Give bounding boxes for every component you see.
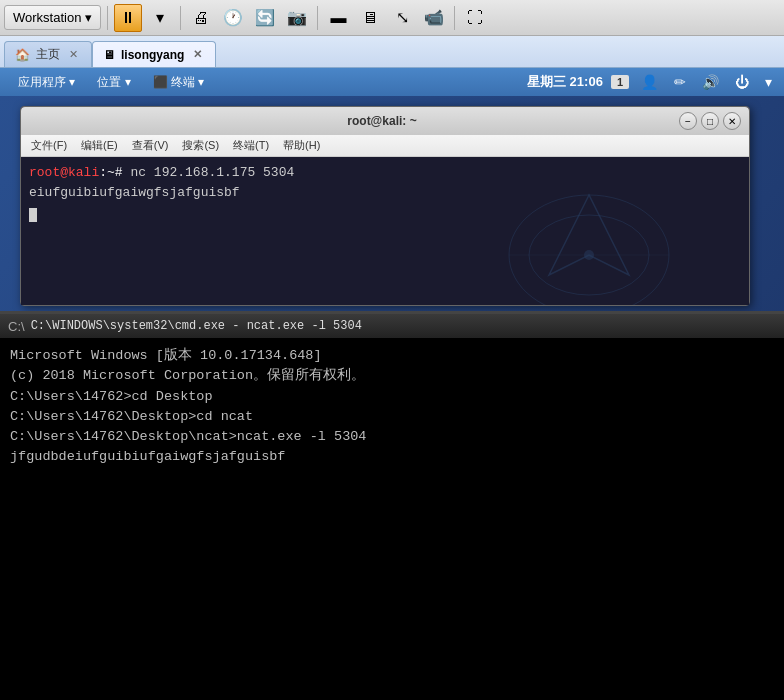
- menubar-power-dropdown-icon[interactable]: ▾: [761, 72, 776, 92]
- main-area: root@kali: ~ − □ ✕ 文件(F) 编辑(E) 查看(V) 搜索(…: [0, 96, 784, 700]
- kali-window-controls: − □ ✕: [675, 112, 741, 130]
- taskbar-icon-clock[interactable]: 🕐: [219, 4, 247, 32]
- menubar-pencil-icon[interactable]: ✏: [670, 72, 690, 92]
- tab-home-label: 主页: [36, 46, 60, 63]
- menubar-places[interactable]: 位置 ▾: [87, 70, 140, 95]
- cmd-text-3: C:\Users\14762>cd Desktop: [10, 389, 213, 404]
- menubar: 应用程序 ▾ 位置 ▾ ⬛ 终端 ▾ 星期三 21:06 1 👤 ✏ 🔊 ⏻ ▾: [0, 68, 784, 96]
- taskbar-icon-resize[interactable]: ⤡: [388, 4, 416, 32]
- workstation-button[interactable]: Workstation ▾: [4, 5, 101, 30]
- cmd-window-title: C:\WINDOWS\system32\cmd.exe - ncat.exe -…: [31, 319, 362, 333]
- taskbar-divider-2: [180, 6, 181, 30]
- kali-menu-terminal[interactable]: 终端(T): [227, 136, 275, 155]
- kali-minimize-button[interactable]: −: [679, 112, 697, 130]
- cmd-line-1: (c) 2018 Microsoft Corporation。保留所有权利。: [10, 366, 774, 386]
- menubar-volume-icon[interactable]: 🔊: [698, 72, 723, 92]
- tab-lisongyang-label: lisongyang: [121, 48, 184, 62]
- taskbar-icon-dropdown[interactable]: ▾: [146, 4, 174, 32]
- cmd-text-7: C:\Users\14762\Desktop\ncat>ncat.exe -l …: [10, 429, 366, 444]
- tab-lisongyang-icon: 🖥: [103, 48, 115, 62]
- tab-home-icon: 🏠: [15, 48, 30, 62]
- menubar-apps[interactable]: 应用程序 ▾: [8, 70, 85, 95]
- taskbar-icon-split-v[interactable]: ▬: [324, 4, 352, 32]
- cmd-line-8: jfgudbdeiufguibiufgaiwgfsjafguisbf: [10, 447, 774, 467]
- kali-menu-edit[interactable]: 编辑(E): [75, 136, 124, 155]
- kali-titlebar: root@kali: ~ − □ ✕: [21, 107, 749, 135]
- cmd-terminal-content[interactable]: Microsoft Windows [版本 10.0.17134.648] (c…: [0, 338, 784, 700]
- tab-lisongyang-close[interactable]: ✕: [190, 47, 205, 62]
- taskbar-icon-refresh[interactable]: 🔄: [251, 4, 279, 32]
- tab-home-close[interactable]: ✕: [66, 47, 81, 62]
- taskbar-divider-1: [107, 6, 108, 30]
- taskbar-icon-pause[interactable]: ⏸: [114, 4, 142, 32]
- kali-window-title: root@kali: ~: [89, 114, 675, 128]
- tab-lisongyang[interactable]: 🖥 lisongyang ✕: [92, 41, 216, 67]
- menubar-apps-label: 应用程序 ▾: [18, 75, 75, 89]
- menubar-users-icon[interactable]: 👤: [637, 72, 662, 92]
- kali-menu-bar: 文件(F) 编辑(E) 查看(V) 搜索(S) 终端(T) 帮助(H): [21, 135, 749, 157]
- taskbar-icon-camera[interactable]: 📹: [420, 4, 448, 32]
- kali-terminal-content[interactable]: root@kali:~# nc 192.168.1.175 5304 eiufg…: [21, 157, 749, 305]
- kali-maximize-button[interactable]: □: [701, 112, 719, 130]
- taskbar-icon-printer[interactable]: 🖨: [187, 4, 215, 32]
- menubar-terminal-label: ⬛ 终端 ▾: [153, 75, 205, 89]
- workstation-label: Workstation: [13, 10, 81, 25]
- workstation-dropdown-icon: ▾: [85, 10, 92, 25]
- taskbar-icon-monitor[interactable]: 🖥: [356, 4, 384, 32]
- taskbar-divider-4: [454, 6, 455, 30]
- kali-menu-view[interactable]: 查看(V): [126, 136, 175, 155]
- taskbar: Workstation ▾ ⏸ ▾ 🖨 🕐 🔄 📷 ▬ 🖥 ⤡ 📹 ⛶: [0, 0, 784, 36]
- cmd-text-0: Microsoft Windows [版本 10.0.17134.648]: [10, 348, 322, 363]
- kali-prompt-user: root@kali: [29, 165, 99, 180]
- cmd-text-1: (c) 2018 Microsoft Corporation。保留所有权利。: [10, 368, 365, 383]
- cmd-line-7: C:\Users\14762\Desktop\ncat>ncat.exe -l …: [10, 427, 774, 447]
- menubar-places-label: 位置 ▾: [97, 75, 130, 89]
- kali-command-text: nc 192.168.1.175 5304: [130, 165, 294, 180]
- menubar-power-icon[interactable]: ⏻: [731, 72, 753, 92]
- tabbar: 🏠 主页 ✕ 🖥 lisongyang ✕: [0, 36, 784, 68]
- cmd-line-0: Microsoft Windows [版本 10.0.17134.648]: [10, 346, 774, 366]
- kali-background-decoration: [489, 157, 689, 305]
- kali-output-text: eiufguibiufgaiwgfsjafguisbf: [29, 185, 240, 200]
- svg-point-3: [584, 250, 594, 260]
- cmd-line-5: C:\Users\14762\Desktop>cd ncat: [10, 407, 774, 427]
- menubar-workspace-badge[interactable]: 1: [611, 75, 629, 89]
- cmd-icon: C:\: [8, 319, 25, 334]
- kali-menu-help[interactable]: 帮助(H): [277, 136, 326, 155]
- taskbar-divider-3: [317, 6, 318, 30]
- kali-cursor: [29, 208, 37, 222]
- kali-menu-file[interactable]: 文件(F): [25, 136, 73, 155]
- taskbar-icon-snapshot[interactable]: 📷: [283, 4, 311, 32]
- menubar-right: 星期三 21:06 1 👤 ✏ 🔊 ⏻ ▾: [527, 72, 776, 92]
- cmd-text-5: C:\Users\14762\Desktop>cd ncat: [10, 409, 253, 424]
- menubar-clock: 星期三 21:06: [527, 73, 603, 91]
- kali-menu-search[interactable]: 搜索(S): [176, 136, 225, 155]
- tab-home[interactable]: 🏠 主页 ✕: [4, 41, 92, 67]
- kali-terminal-window: root@kali: ~ − □ ✕ 文件(F) 编辑(E) 查看(V) 搜索(…: [20, 106, 750, 306]
- cmd-window: C:\ C:\WINDOWS\system32\cmd.exe - ncat.e…: [0, 311, 784, 700]
- cmd-titlebar: C:\ C:\WINDOWS\system32\cmd.exe - ncat.e…: [0, 314, 784, 338]
- kali-prompt-separator: :~#: [99, 165, 130, 180]
- kali-close-button[interactable]: ✕: [723, 112, 741, 130]
- taskbar-icon-fullscreen[interactable]: ⛶: [461, 4, 489, 32]
- cmd-text-8: jfgudbdeiufguibiufgaiwgfsjafguisbf: [10, 449, 285, 464]
- menubar-terminal[interactable]: ⬛ 终端 ▾: [143, 70, 215, 95]
- cmd-line-3: C:\Users\14762>cd Desktop: [10, 387, 774, 407]
